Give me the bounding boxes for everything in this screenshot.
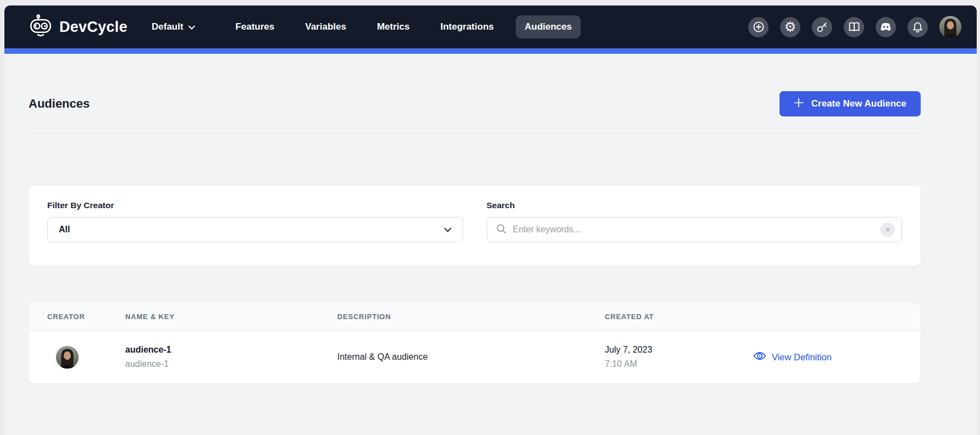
creator-filter-select[interactable]: All [47, 217, 463, 242]
audience-description: Internal & QA audience [337, 352, 428, 361]
gear-icon [784, 20, 797, 34]
user-avatar[interactable] [939, 16, 961, 38]
robot-logo-icon [29, 14, 53, 40]
search-label: Search [487, 200, 903, 210]
search-input[interactable] [513, 225, 881, 235]
column-header-created-at: Created At [605, 313, 753, 321]
bell-icon [912, 21, 923, 33]
description-cell: Internal & QA audience [337, 352, 605, 362]
audiences-table: Creator Name & Key Description Created A… [29, 303, 921, 383]
key-icon [816, 21, 828, 33]
create-new-audience-button[interactable]: Create New Audience [779, 91, 921, 116]
nav-item-features[interactable]: Features [227, 15, 283, 38]
column-header-name-key: Name & Key [125, 313, 337, 321]
page-header: Audiences Create New Audience [29, 54, 921, 133]
search-filter: Search [487, 200, 903, 251]
chevron-down-icon [188, 21, 195, 32]
creator-filter-value: All [59, 225, 70, 235]
table-row: audience-1 audience-1 Internal & QA audi… [29, 331, 921, 383]
main-nav: Features Variables Metrics Integrations … [227, 15, 581, 38]
actions-cell: View Definition [753, 351, 921, 363]
nav-item-metrics[interactable]: Metrics [368, 15, 419, 38]
table-header-row: Creator Name & Key Description Created A… [29, 303, 921, 331]
settings-button[interactable] [780, 17, 800, 37]
nav-item-audiences[interactable]: Audiences [516, 15, 581, 38]
search-box [487, 217, 903, 242]
creator-cell [47, 346, 125, 369]
devcycle-logo[interactable]: DevCycle [29, 14, 127, 40]
discord-icon [879, 23, 892, 32]
app-window: DevCycle Default Features Variables Metr… [4, 5, 977, 435]
column-header-description: Description [337, 313, 605, 321]
docs-button[interactable] [844, 17, 864, 37]
project-selector-value: Default [152, 21, 183, 32]
page-title: Audiences [29, 97, 90, 111]
created-at-cell: July 7, 2023 7:10 AM [605, 343, 753, 371]
project-selector-dropdown[interactable]: Default [152, 21, 195, 32]
creator-avatar [56, 346, 79, 369]
eye-icon [753, 351, 766, 363]
created-date: July 7, 2023 [605, 343, 753, 357]
brand-name: DevCycle [59, 19, 127, 36]
top-navigation-bar: DevCycle Default Features Variables Metr… [4, 5, 977, 48]
filter-card: Filter By Creator All Search [29, 186, 921, 266]
docs-book-icon [848, 21, 860, 32]
creator-filter: Filter By Creator All [47, 200, 463, 251]
clear-search-button[interactable] [881, 222, 895, 237]
plus-circle-icon [753, 21, 765, 33]
top-action-icons [748, 16, 961, 38]
created-time: 7:10 AM [605, 357, 753, 371]
view-definition-link[interactable]: View Definition [753, 351, 832, 363]
notifications-button[interactable] [907, 17, 928, 37]
name-key-cell: audience-1 audience-1 [125, 343, 337, 371]
view-definition-label: View Definition [772, 352, 832, 362]
add-button[interactable] [748, 17, 769, 37]
nav-item-integrations[interactable]: Integrations [432, 15, 503, 38]
discord-button[interactable] [876, 17, 896, 37]
audience-name: audience-1 [125, 343, 337, 357]
accent-bar [4, 48, 977, 54]
nav-item-variables[interactable]: Variables [296, 15, 355, 38]
main-content: Audiences Create New Audience Filter By … [4, 54, 977, 383]
column-header-creator: Creator [47, 313, 125, 321]
plus-icon [794, 98, 804, 110]
search-icon [496, 224, 506, 236]
chevron-down-icon [444, 225, 452, 235]
create-new-audience-label: Create New Audience [811, 98, 906, 109]
creator-filter-label: Filter By Creator [47, 200, 463, 210]
audience-key: audience-1 [125, 357, 337, 371]
api-keys-button[interactable] [812, 17, 832, 37]
